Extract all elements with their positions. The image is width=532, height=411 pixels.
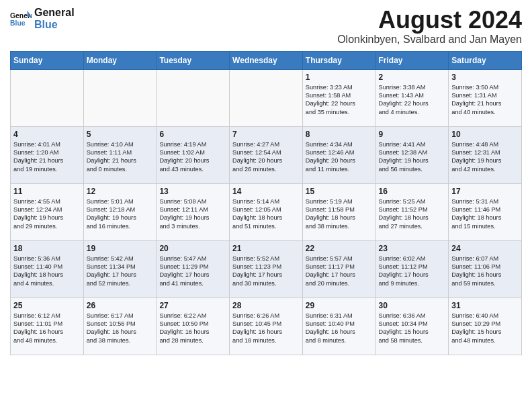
day-content: Sunrise: 5:19 AM Sunset: 11:58 PM Daylig… bbox=[306, 197, 373, 231]
calendar-cell: 20Sunrise: 5:47 AM Sunset: 11:29 PM Dayl… bbox=[157, 240, 230, 298]
day-header-friday: Friday bbox=[375, 51, 449, 69]
day-content: Sunrise: 6:07 AM Sunset: 11:06 PM Daylig… bbox=[451, 255, 519, 288]
page-header: General Blue General Blue August 2024 Ol… bbox=[10, 7, 522, 46]
calendar-cell: 7Sunrise: 4:27 AM Sunset: 12:54 AM Dayli… bbox=[230, 126, 303, 183]
day-header-tuesday: Tuesday bbox=[157, 51, 230, 69]
day-number: 6 bbox=[159, 130, 226, 139]
calendar-week-5: 25Sunrise: 6:12 AM Sunset: 11:01 PM Dayl… bbox=[11, 298, 522, 355]
calendar-cell: 5Sunrise: 4:10 AM Sunset: 1:11 AM Daylig… bbox=[83, 126, 157, 183]
calendar-cell: 17Sunrise: 5:31 AM Sunset: 11:46 PM Dayl… bbox=[449, 183, 522, 240]
day-number: 9 bbox=[379, 130, 446, 139]
day-header-thursday: Thursday bbox=[302, 51, 375, 69]
day-number: 17 bbox=[451, 187, 519, 196]
day-content: Sunrise: 5:57 AM Sunset: 11:17 PM Daylig… bbox=[306, 255, 373, 288]
month-year-title: August 2024 bbox=[337, 7, 522, 34]
calendar-cell: 25Sunrise: 6:12 AM Sunset: 11:01 PM Dayl… bbox=[11, 298, 84, 355]
day-content: Sunrise: 6:31 AM Sunset: 10:40 PM Daylig… bbox=[306, 312, 373, 345]
day-number: 19 bbox=[87, 244, 154, 253]
day-number: 24 bbox=[451, 244, 519, 253]
calendar-cell: 12Sunrise: 5:01 AM Sunset: 12:18 AM Dayl… bbox=[83, 183, 157, 240]
day-header-saturday: Saturday bbox=[449, 51, 522, 69]
day-number: 29 bbox=[306, 301, 373, 310]
calendar-cell: 31Sunrise: 6:40 AM Sunset: 10:29 PM Dayl… bbox=[449, 298, 522, 355]
day-content: Sunrise: 3:50 AM Sunset: 1:31 AM Dayligh… bbox=[451, 83, 519, 117]
calendar-header-row: SundayMondayTuesdayWednesdayThursdayFrid… bbox=[11, 51, 522, 69]
day-number: 13 bbox=[159, 187, 226, 196]
calendar-cell: 8Sunrise: 4:34 AM Sunset: 12:46 AM Dayli… bbox=[302, 126, 375, 183]
day-number: 10 bbox=[451, 130, 519, 139]
calendar-cell: 29Sunrise: 6:31 AM Sunset: 10:40 PM Dayl… bbox=[302, 298, 375, 355]
calendar-cell: 30Sunrise: 6:36 AM Sunset: 10:34 PM Dayl… bbox=[375, 298, 449, 355]
calendar-week-3: 11Sunrise: 4:55 AM Sunset: 12:24 AM Dayl… bbox=[11, 183, 522, 240]
day-number: 3 bbox=[451, 73, 519, 82]
day-number: 22 bbox=[306, 244, 373, 253]
day-content: Sunrise: 4:10 AM Sunset: 1:11 AM Dayligh… bbox=[87, 140, 154, 174]
day-content: Sunrise: 6:12 AM Sunset: 11:01 PM Daylig… bbox=[13, 312, 81, 345]
calendar-cell: 26Sunrise: 6:17 AM Sunset: 10:56 PM Dayl… bbox=[83, 298, 157, 355]
day-number: 28 bbox=[232, 301, 300, 310]
day-number: 2 bbox=[379, 73, 446, 82]
day-number: 27 bbox=[159, 301, 226, 310]
day-number: 15 bbox=[306, 187, 373, 196]
calendar-cell: 16Sunrise: 5:25 AM Sunset: 11:52 PM Dayl… bbox=[375, 183, 449, 240]
calendar-cell: 27Sunrise: 6:22 AM Sunset: 10:50 PM Dayl… bbox=[157, 298, 230, 355]
day-content: Sunrise: 4:27 AM Sunset: 12:54 AM Daylig… bbox=[232, 140, 300, 174]
calendar-cell: 4Sunrise: 4:01 AM Sunset: 1:20 AM Daylig… bbox=[11, 126, 84, 183]
day-number: 18 bbox=[13, 244, 81, 253]
title-block: August 2024 Olonkinbyen, Svalbard and Ja… bbox=[337, 7, 522, 46]
day-content: Sunrise: 6:02 AM Sunset: 11:12 PM Daylig… bbox=[379, 255, 446, 288]
day-number: 30 bbox=[379, 301, 446, 310]
calendar-week-1: 1Sunrise: 3:23 AM Sunset: 1:58 AM Daylig… bbox=[11, 69, 522, 126]
calendar-cell: 22Sunrise: 5:57 AM Sunset: 11:17 PM Dayl… bbox=[302, 240, 375, 298]
calendar-cell: 21Sunrise: 5:52 AM Sunset: 11:23 PM Dayl… bbox=[230, 240, 303, 298]
day-content: Sunrise: 5:36 AM Sunset: 11:40 PM Daylig… bbox=[13, 255, 81, 288]
day-header-wednesday: Wednesday bbox=[230, 51, 303, 69]
calendar-cell: 19Sunrise: 5:42 AM Sunset: 11:34 PM Dayl… bbox=[83, 240, 157, 298]
calendar-cell: 6Sunrise: 4:19 AM Sunset: 1:02 AM Daylig… bbox=[157, 126, 230, 183]
day-number: 31 bbox=[451, 301, 519, 310]
day-content: Sunrise: 6:22 AM Sunset: 10:50 PM Daylig… bbox=[159, 312, 226, 345]
day-number: 5 bbox=[87, 130, 154, 139]
calendar-cell: 18Sunrise: 5:36 AM Sunset: 11:40 PM Dayl… bbox=[11, 240, 84, 298]
day-number: 4 bbox=[13, 130, 81, 139]
day-content: Sunrise: 3:23 AM Sunset: 1:58 AM Dayligh… bbox=[306, 83, 373, 117]
day-content: Sunrise: 5:14 AM Sunset: 12:05 AM Daylig… bbox=[232, 197, 300, 231]
day-content: Sunrise: 3:38 AM Sunset: 1:43 AM Dayligh… bbox=[379, 83, 446, 117]
day-number: 20 bbox=[159, 244, 226, 253]
day-header-sunday: Sunday bbox=[11, 51, 84, 69]
day-content: Sunrise: 5:01 AM Sunset: 12:18 AM Daylig… bbox=[87, 197, 154, 231]
calendar-cell: 11Sunrise: 4:55 AM Sunset: 12:24 AM Dayl… bbox=[11, 183, 84, 240]
calendar-cell: 15Sunrise: 5:19 AM Sunset: 11:58 PM Dayl… bbox=[302, 183, 375, 240]
day-content: Sunrise: 4:01 AM Sunset: 1:20 AM Dayligh… bbox=[13, 140, 81, 174]
calendar-cell: 24Sunrise: 6:07 AM Sunset: 11:06 PM Dayl… bbox=[449, 240, 522, 298]
calendar-cell bbox=[230, 69, 303, 126]
calendar-week-4: 18Sunrise: 5:36 AM Sunset: 11:40 PM Dayl… bbox=[11, 240, 522, 298]
day-content: Sunrise: 5:42 AM Sunset: 11:34 PM Daylig… bbox=[87, 255, 154, 288]
day-number: 11 bbox=[13, 187, 81, 196]
calendar-cell: 23Sunrise: 6:02 AM Sunset: 11:12 PM Dayl… bbox=[375, 240, 449, 298]
calendar-cell: 3Sunrise: 3:50 AM Sunset: 1:31 AM Daylig… bbox=[449, 69, 522, 126]
logo-general: General bbox=[34, 7, 75, 19]
day-number: 25 bbox=[13, 301, 81, 310]
day-number: 7 bbox=[232, 130, 300, 139]
day-content: Sunrise: 5:31 AM Sunset: 11:46 PM Daylig… bbox=[451, 197, 519, 231]
day-number: 12 bbox=[87, 187, 154, 196]
logo-blue: Blue bbox=[34, 19, 75, 31]
day-number: 26 bbox=[87, 301, 154, 310]
day-number: 21 bbox=[232, 244, 300, 253]
day-number: 23 bbox=[379, 244, 446, 253]
calendar-cell: 14Sunrise: 5:14 AM Sunset: 12:05 AM Dayl… bbox=[230, 183, 303, 240]
day-content: Sunrise: 5:47 AM Sunset: 11:29 PM Daylig… bbox=[159, 255, 226, 288]
day-content: Sunrise: 6:17 AM Sunset: 10:56 PM Daylig… bbox=[87, 312, 154, 345]
day-content: Sunrise: 5:52 AM Sunset: 11:23 PM Daylig… bbox=[232, 255, 300, 288]
day-header-monday: Monday bbox=[83, 51, 157, 69]
day-content: Sunrise: 6:26 AM Sunset: 10:45 PM Daylig… bbox=[232, 312, 300, 345]
day-number: 8 bbox=[306, 130, 373, 139]
calendar-week-2: 4Sunrise: 4:01 AM Sunset: 1:20 AM Daylig… bbox=[11, 126, 522, 183]
calendar-cell bbox=[83, 69, 157, 126]
day-content: Sunrise: 5:25 AM Sunset: 11:52 PM Daylig… bbox=[379, 197, 446, 231]
day-content: Sunrise: 5:08 AM Sunset: 12:11 AM Daylig… bbox=[159, 197, 226, 231]
day-number: 14 bbox=[232, 187, 300, 196]
calendar-cell bbox=[11, 69, 84, 126]
calendar-cell: 10Sunrise: 4:48 AM Sunset: 12:31 AM Dayl… bbox=[449, 126, 522, 183]
